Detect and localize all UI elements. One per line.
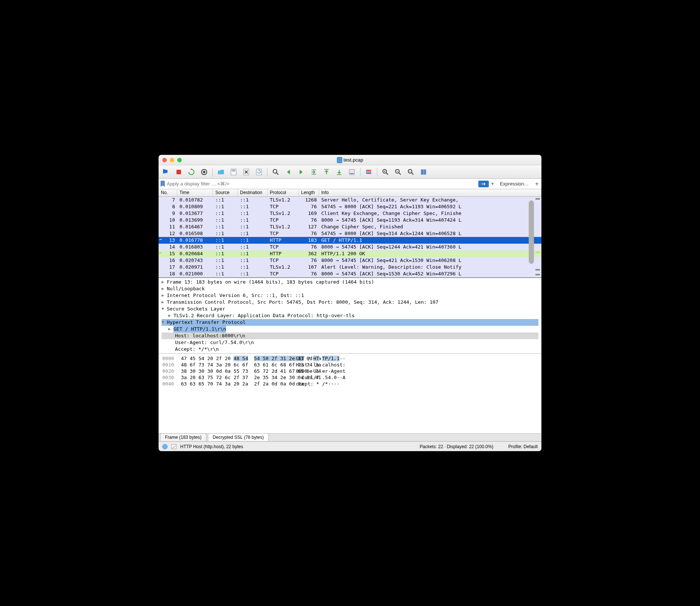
col-source[interactable]: Source: [213, 189, 238, 196]
packet-row[interactable]: 150.020684::1::1HTTP362HTTP/1.1 200 OK: [159, 250, 541, 257]
detail-host[interactable]: Host: localhost:8000\r\n: [162, 332, 538, 339]
svg-rect-6: [232, 172, 235, 172]
col-info[interactable]: Info: [319, 189, 541, 196]
svg-rect-5: [232, 171, 235, 171]
packet-bytes[interactable]: 000047 45 54 20 2f 20 48 54 54 50 2f 31 …: [159, 353, 541, 388]
title-label: test.pcap: [344, 157, 363, 163]
titlebar[interactable]: test.pcap: [159, 155, 541, 165]
detail-frame[interactable]: ▶Frame 13: 183 bytes on wire (1464 bits)…: [162, 279, 538, 285]
svg-line-25: [399, 173, 401, 175]
col-protocol[interactable]: Protocol: [268, 189, 299, 196]
expert-info-icon[interactable]: [162, 444, 168, 449]
svg-line-10: [276, 173, 278, 175]
detail-http[interactable]: ▼Hypertext Transfer Protocol: [162, 319, 538, 326]
filter-history-dropdown[interactable]: ▼: [490, 181, 495, 187]
stop-button[interactable]: [174, 167, 184, 177]
svg-point-9: [273, 169, 277, 173]
svg-point-2: [203, 171, 205, 173]
col-destination[interactable]: Destination: [238, 189, 268, 196]
col-time[interactable]: Time: [177, 189, 213, 196]
capture-file-icon: [337, 157, 342, 163]
tab-decrypted-ssl[interactable]: Decrypted SSL (78 bytes): [208, 433, 269, 441]
svg-rect-30: [421, 169, 423, 175]
svg-rect-0: [176, 170, 181, 174]
last-button[interactable]: [334, 167, 344, 177]
status-field: HTTP Host (http.host), 22 bytes: [180, 444, 243, 449]
col-length[interactable]: Length: [299, 189, 319, 196]
window-title: test.pcap: [159, 157, 541, 163]
detail-accept[interactable]: Accept: */*\r\n: [162, 346, 538, 353]
prev-button[interactable]: [283, 167, 294, 177]
packet-row[interactable]: 70.010782::1::1TLSv1.21268Server Hello, …: [159, 197, 541, 203]
bookmark-icon[interactable]: [160, 181, 165, 187]
packet-row[interactable]: 120.016508::1::1TCP7654745 → 8000 [ACK] …: [159, 230, 541, 237]
packet-details[interactable]: ▶Frame 13: 183 bytes on wire (1464 bits)…: [159, 277, 541, 353]
status-packets: Packets: 22 · Displayed: 22 (100.0%): [420, 444, 493, 449]
hex-row[interactable]: 000047 45 54 20 2f 20 48 54 54 50 2f 31 …: [162, 355, 538, 362]
first-button[interactable]: [321, 167, 332, 177]
hex-row[interactable]: 002038 30 30 30 0d 0a 55 73 65 72 2d 41 …: [162, 368, 538, 374]
detail-get[interactable]: ▶GET / HTTP/1.1\r\n: [162, 326, 538, 332]
main-toolbar: =: [159, 165, 541, 179]
toolbar-separator: [267, 168, 268, 177]
reload-button[interactable]: [254, 167, 264, 177]
detail-tls[interactable]: ▶TLSv1.2 Record Layer: Application Data …: [162, 312, 538, 319]
zoom-in-button[interactable]: [380, 167, 391, 177]
hex-row[interactable]: 004063 63 65 70 74 3a 20 2a 2f 2a 0d 0a …: [162, 381, 538, 387]
svg-rect-17: [366, 170, 371, 171]
detail-null[interactable]: ▶Null/Loopback: [162, 285, 538, 292]
hex-row[interactable]: 001048 6f 73 74 3a 20 6c 6f 63 61 6c 68 …: [162, 362, 538, 368]
packet-minimap[interactable]: [535, 197, 540, 277]
resize-cols-button[interactable]: [418, 167, 429, 177]
save-button[interactable]: [228, 167, 239, 177]
open-button[interactable]: [216, 167, 226, 177]
tab-frame[interactable]: Frame (183 bytes): [160, 433, 206, 441]
bytes-padding: [159, 388, 541, 433]
apply-filter-button[interactable]: [478, 181, 489, 187]
toolbar-separator: [212, 168, 213, 177]
edit-icon[interactable]: [171, 444, 176, 449]
expression-button[interactable]: Expression…: [496, 181, 532, 187]
packet-row[interactable]: 130.016778::1::1HTTP183GET / HTTP/1.1: [159, 237, 541, 244]
colorize-button[interactable]: [363, 167, 374, 177]
detail-ssl[interactable]: ▼Secure Sockets Layer: [162, 306, 538, 312]
status-bar: HTTP Host (http.host), 22 bytes Packets:…: [159, 441, 541, 451]
packet-list[interactable]: → ← 70.010782::1::1TLSv1.21268Server Hel…: [159, 197, 541, 277]
status-profile[interactable]: Profile: Default: [508, 444, 538, 449]
response-arrow-icon: ←: [159, 250, 162, 255]
svg-line-28: [412, 173, 413, 175]
display-filter-input[interactable]: [167, 181, 477, 187]
options-button[interactable]: [199, 167, 209, 177]
packet-row[interactable]: 80.010809::1::1TCP7654745 → 8000 [ACK] S…: [159, 203, 541, 210]
detail-tcp[interactable]: ▶Transmission Control Protocol, Src Port…: [162, 299, 538, 306]
packet-row[interactable]: 140.016803::1::1TCP768000 → 54745 [ACK] …: [159, 244, 541, 250]
find-button[interactable]: [271, 167, 281, 177]
close-file-button[interactable]: [241, 167, 251, 177]
toolbar-separator: [377, 168, 377, 177]
svg-rect-31: [424, 169, 426, 175]
add-filter-button[interactable]: +: [534, 181, 540, 187]
svg-rect-19: [366, 173, 371, 174]
packet-list-header[interactable]: No. Time Source Destination Protocol Len…: [159, 189, 541, 197]
packet-row[interactable]: 100.013699::1::1TCP768000 → 54745 [ACK] …: [159, 217, 541, 224]
packet-row[interactable]: 170.020971::1::1TLSv1.2107Alert (Level: …: [159, 264, 541, 271]
hex-row[interactable]: 00303a 20 63 75 72 6c 2f 37 2e 35 34 2e …: [162, 374, 538, 381]
autoscroll-button[interactable]: [347, 167, 357, 177]
request-arrow-icon: →: [159, 237, 162, 242]
detail-ip[interactable]: ▶Internet Protocol Version 6, Src: ::1, …: [162, 292, 538, 299]
scrollbar-thumb[interactable]: [529, 200, 534, 264]
detail-ua[interactable]: User-Agent: curl/7.54.0\r\n: [162, 339, 538, 346]
bytes-tabs: Frame (183 bytes) Decrypted SSL (78 byte…: [159, 433, 541, 441]
col-no[interactable]: No.: [159, 189, 177, 196]
zoom-reset-button[interactable]: =: [406, 167, 416, 177]
packet-row[interactable]: 180.021000::1::1TCP768000 → 54745 [ACK] …: [159, 271, 541, 277]
goto-button[interactable]: [309, 167, 319, 177]
fin-icon[interactable]: [161, 167, 171, 177]
packet-row[interactable]: 90.013677::1::1TLSv1.2169Client Key Exch…: [159, 210, 541, 217]
restart-button[interactable]: [186, 167, 197, 177]
app-window: test.pcap = ▼ Expression… +: [159, 155, 541, 451]
packet-row[interactable]: 160.020743::1::1TCP768000 → 54745 [ACK] …: [159, 257, 541, 264]
next-button[interactable]: [296, 167, 306, 177]
packet-row[interactable]: 110.016467::1::1TLSv1.2127Change Cipher …: [159, 224, 541, 230]
zoom-out-button[interactable]: [393, 167, 403, 177]
